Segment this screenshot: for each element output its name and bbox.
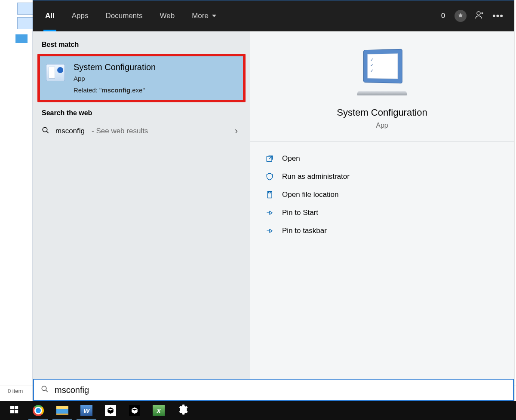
svg-point-0 bbox=[477, 12, 480, 15]
action-label: Pin to Start bbox=[282, 208, 318, 217]
taskbar-item-excel[interactable]: X bbox=[147, 402, 170, 420]
chrome-icon bbox=[33, 405, 44, 416]
action-label: Open file location bbox=[282, 190, 338, 199]
web-result-suffix: - See web results bbox=[92, 127, 148, 135]
best-match-title: System Configuration bbox=[74, 62, 156, 72]
folder-icon bbox=[265, 190, 274, 199]
rewards-medal-icon[interactable] bbox=[455, 10, 467, 22]
preview-column: System Configuration App Open Run as adm… bbox=[250, 31, 514, 379]
gear-icon bbox=[177, 404, 188, 417]
category-tab-apps[interactable]: Apps bbox=[63, 0, 97, 31]
rewards-count: 0 bbox=[441, 12, 445, 20]
search-icon bbox=[41, 385, 49, 395]
action-label: Pin to taskbar bbox=[282, 227, 327, 235]
file-explorer-icon bbox=[56, 406, 68, 415]
preview-title: System Configuration bbox=[337, 107, 427, 118]
excel-icon: X bbox=[153, 405, 165, 416]
search-icon bbox=[42, 126, 49, 136]
category-tab-documents[interactable]: Documents bbox=[97, 0, 151, 31]
pin-icon bbox=[265, 208, 274, 218]
pin-icon bbox=[265, 226, 274, 236]
results-column: Best match System Configuration App Rela… bbox=[33, 31, 250, 379]
search-web-heading: Search the web bbox=[33, 106, 250, 122]
options-ellipsis-icon[interactable]: ••• bbox=[492, 10, 504, 21]
taskbar: W X bbox=[0, 401, 516, 420]
taskbar-item-unity[interactable] bbox=[123, 402, 146, 420]
action-pin-start[interactable]: Pin to Start bbox=[250, 204, 514, 222]
preview-app-icon-base bbox=[357, 91, 408, 95]
category-tab-web[interactable]: Web bbox=[151, 0, 183, 31]
taskbar-item-word[interactable]: W bbox=[75, 402, 98, 420]
svg-point-4 bbox=[42, 386, 46, 391]
preview-actions: Open Run as administrator Open file loca… bbox=[250, 142, 514, 248]
action-run-admin[interactable]: Run as administrator bbox=[250, 168, 514, 186]
taskbar-item-settings[interactable] bbox=[171, 402, 194, 420]
web-result-query: msconfig bbox=[55, 127, 85, 135]
action-open-location[interactable]: Open file location bbox=[250, 186, 514, 204]
preview-type: App bbox=[376, 122, 388, 129]
explorer-item-count: 0 item bbox=[8, 388, 23, 394]
shield-icon bbox=[265, 172, 274, 181]
unity-icon bbox=[105, 405, 116, 416]
category-tab-all[interactable]: All bbox=[37, 0, 63, 31]
start-search-panel: All Apps Documents Web More 0 ••• Best m… bbox=[33, 0, 514, 402]
unity-icon bbox=[129, 405, 140, 416]
svg-rect-3 bbox=[267, 192, 272, 198]
background-folder-icon bbox=[15, 34, 28, 43]
svg-rect-6 bbox=[15, 406, 18, 409]
search-input-box[interactable] bbox=[33, 379, 514, 401]
system-configuration-icon bbox=[46, 64, 65, 81]
preview-app-icon bbox=[363, 49, 402, 83]
svg-point-1 bbox=[43, 127, 47, 132]
svg-rect-7 bbox=[10, 410, 14, 413]
action-pin-taskbar[interactable]: Pin to taskbar bbox=[250, 222, 514, 240]
best-match-related: Related: "msconfig.exe" bbox=[74, 86, 156, 94]
taskbar-start-button[interactable] bbox=[3, 402, 26, 420]
best-match-result[interactable]: System Configuration App Related: "mscon… bbox=[37, 54, 246, 102]
category-tab-more[interactable]: More bbox=[183, 0, 225, 31]
taskbar-item-chrome[interactable] bbox=[27, 402, 50, 420]
svg-rect-8 bbox=[15, 410, 18, 413]
taskbar-item-file-explorer[interactable] bbox=[51, 402, 74, 420]
chevron-right-icon: › bbox=[235, 126, 238, 137]
taskbar-item-unity-hub[interactable] bbox=[99, 402, 122, 420]
best-match-type: App bbox=[74, 75, 156, 82]
word-icon: W bbox=[80, 405, 92, 416]
action-label: Run as administrator bbox=[282, 172, 350, 181]
web-result-row[interactable]: msconfig - See web results › bbox=[33, 122, 250, 140]
svg-rect-5 bbox=[10, 406, 14, 409]
profile-icon[interactable] bbox=[474, 10, 485, 22]
action-label: Open bbox=[282, 154, 300, 163]
open-icon bbox=[265, 154, 274, 163]
chevron-down-icon bbox=[212, 15, 216, 17]
action-open[interactable]: Open bbox=[250, 150, 514, 168]
best-match-heading: Best match bbox=[33, 37, 250, 54]
search-input[interactable] bbox=[55, 385, 506, 395]
search-category-bar: All Apps Documents Web More 0 ••• bbox=[33, 0, 514, 31]
windows-start-icon bbox=[9, 405, 19, 416]
